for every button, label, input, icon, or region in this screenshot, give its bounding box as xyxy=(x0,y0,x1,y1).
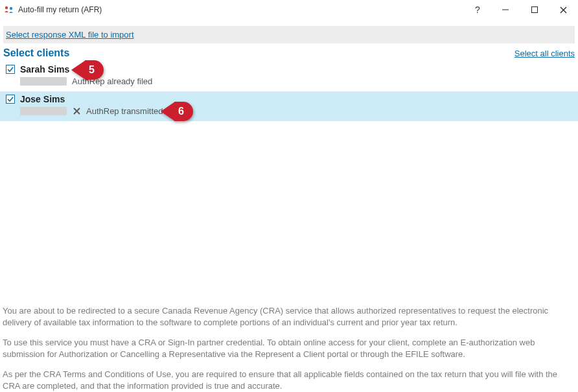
select-all-link[interactable]: Select all clients xyxy=(514,49,575,58)
import-bar: Select response XML file to import xyxy=(3,26,575,43)
close-button[interactable] xyxy=(549,0,578,19)
client-row[interactable]: Jose Sims AuthRep transmitted 6 xyxy=(0,91,578,121)
maximize-button[interactable] xyxy=(520,0,549,19)
titlebar: Auto-fill my return (AFR) ? xyxy=(0,0,578,19)
svg-point-1 xyxy=(10,7,12,10)
section-header: Select clients Select all clients xyxy=(0,47,578,62)
svg-point-0 xyxy=(5,6,8,9)
section-title: Select clients xyxy=(3,47,69,59)
disclaimer-paragraph: You are about to be redirected to a secu… xyxy=(3,305,575,328)
client-checkbox[interactable] xyxy=(6,65,15,74)
client-checkbox[interactable] xyxy=(6,95,15,104)
disclaimer-paragraph: As per the CRA Terms and Conditions of U… xyxy=(3,369,575,391)
import-xml-link[interactable]: Select response XML file to import xyxy=(6,30,134,40)
svg-rect-3 xyxy=(531,7,537,13)
annotation-number: 6 xyxy=(174,102,193,121)
client-row[interactable]: Sarah Sims AuthRep already filed 5 xyxy=(0,62,578,91)
client-list: Sarah Sims AuthRep already filed 5 Jose … xyxy=(0,62,578,121)
client-status: AuthRep transmitted xyxy=(86,106,163,116)
x-icon xyxy=(72,107,81,116)
annotation-callout: 5 xyxy=(71,60,104,80)
client-name: Sarah Sims xyxy=(20,64,69,75)
minimize-button[interactable] xyxy=(491,0,520,19)
sin-mask xyxy=(20,107,67,115)
client-name: Jose Sims xyxy=(20,94,65,104)
help-button[interactable]: ? xyxy=(465,0,491,19)
app-icon xyxy=(4,5,14,15)
empty-area xyxy=(0,121,578,301)
annotation-number: 5 xyxy=(85,60,104,80)
disclaimer-paragraph: To use this service you must have a CRA … xyxy=(3,337,575,360)
annotation-callout: 6 xyxy=(161,102,193,121)
sin-mask xyxy=(20,77,67,86)
disclaimer: You are about to be redirected to a secu… xyxy=(0,301,578,392)
window-title: Auto-fill my return (AFR) xyxy=(18,5,102,14)
